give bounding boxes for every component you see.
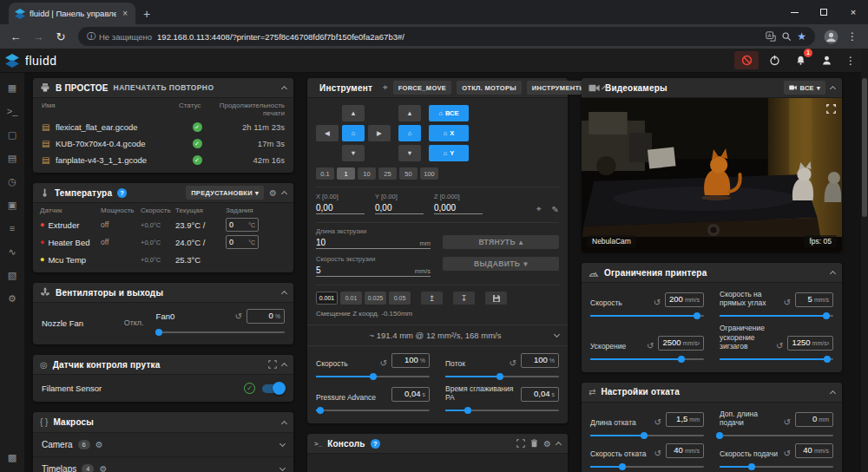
job-row[interactable]: ▤ fanplate-v4-3_1_1.gcode ✓ 42m 16s (33, 152, 293, 168)
gear-icon[interactable]: ⚙ (95, 440, 103, 449)
limits-card-header[interactable]: Ограничения принтера (582, 263, 842, 283)
move-distance-summary[interactable]: ~ 191.4 mm @ 12 mm²/s, 168 mm/s (307, 324, 568, 345)
retract-speed-input[interactable]: 40mm/s (666, 443, 704, 458)
sidebar-item-apps[interactable]: ▩ (8, 451, 16, 463)
retract-speed-slider[interactable] (590, 466, 704, 468)
sidebar-item-timelapse[interactable]: ▣ (8, 199, 16, 211)
reset-icon[interactable]: ↺ (654, 449, 661, 458)
job-row[interactable]: ▤ KUB-70x70x4-0.4.gcode ✓ 17m 3s (33, 135, 293, 152)
collapse-icon[interactable] (281, 363, 287, 369)
smooth-time-slider[interactable] (445, 410, 559, 411)
console-card-header[interactable]: >_ Консоль ? ⚙ (307, 434, 568, 454)
retract-button[interactable]: ВТЯНУТЬ▴ (443, 235, 559, 249)
retract-length-input[interactable]: 1,5mm (666, 412, 704, 427)
collapse-icon[interactable] (556, 442, 562, 448)
collapse-icon[interactable] (281, 291, 287, 297)
presets-dropdown[interactable]: ПРЕДУСТАНОВКИ ▾ (186, 186, 264, 200)
jog-y-minus-button[interactable]: ▼ (342, 145, 365, 161)
unretract-speed-slider[interactable] (720, 466, 833, 468)
scrollbar-thumb[interactable] (862, 78, 867, 217)
jog-x-plus-button[interactable]: ▶ (368, 125, 391, 141)
unretract-speed-input[interactable]: 40mm/s (795, 443, 833, 458)
sidebar-item-dashboard[interactable]: ▦ (8, 82, 16, 94)
home-x-button[interactable]: ⌂X (429, 125, 469, 141)
step-button-active[interactable]: 1 (337, 167, 355, 180)
fan0-slider[interactable] (156, 331, 285, 333)
speed-slider[interactable] (316, 376, 430, 377)
accel-to-decel-input[interactable]: 1250mm/s² (787, 336, 833, 351)
pressure-advance-slider[interactable] (316, 410, 430, 411)
z-offset-up-button[interactable]: ↥ (421, 292, 443, 305)
back-button[interactable]: ← (7, 28, 24, 45)
smooth-time-input[interactable]: 0,04s (521, 387, 559, 402)
gear-icon[interactable]: ⚙ (543, 439, 551, 449)
accel-to-decel-slider[interactable] (720, 358, 833, 360)
flow-value-input[interactable]: 100% (521, 353, 559, 368)
extruder-target-input[interactable]: 0°C (226, 218, 259, 232)
notifications-button[interactable]: 1 (790, 51, 811, 70)
retract-length-slider[interactable] (590, 435, 704, 436)
sidebar-item-history[interactable]: ◷ (8, 175, 16, 187)
reprint-button[interactable]: НАПЕЧАТАТЬ ПОВТОРНО (114, 83, 214, 92)
home-y-button[interactable]: ⌂Y (429, 145, 469, 161)
sidebar-item-configure[interactable]: ▧ (8, 269, 16, 281)
collapse-icon[interactable] (830, 390, 836, 397)
position-y-input[interactable]: 0,00 (375, 203, 424, 214)
camera-select-dropdown[interactable]: ВСЕ ▾ (784, 81, 825, 95)
pressure-advance-input[interactable]: 0,04s (391, 387, 430, 402)
gear-icon[interactable]: ⚙ (99, 464, 107, 472)
job-row[interactable]: ▤ flexicat_flat_ear.gcode ✓ 2h 11m 23s (33, 119, 293, 135)
reset-icon[interactable]: ↺ (510, 358, 516, 368)
browser-tab[interactable]: fluidd | Панель управления × (9, 3, 135, 24)
expand-group-icon[interactable] (279, 465, 286, 471)
heater-bed-target-input[interactable]: 0°C (226, 235, 259, 249)
velocity-input[interactable]: 200mm/s (665, 292, 704, 307)
jog-z-minus-button[interactable]: ▼ (398, 145, 421, 161)
collapse-icon[interactable] (830, 271, 836, 277)
edit-position-icon[interactable]: ✎ (552, 205, 559, 214)
motors-off-button[interactable]: ОТКЛ. МОТОРЫ (457, 81, 522, 95)
step-button[interactable]: 0.1 (316, 167, 334, 180)
reset-icon[interactable]: ↺ (784, 417, 791, 427)
expand-icon[interactable] (268, 360, 277, 369)
reset-icon[interactable]: ↺ (654, 417, 661, 427)
z-step-button-active[interactable]: 0.001 (316, 292, 338, 305)
macro-group-timelaps[interactable]: Timelaps 4 ⚙ (33, 456, 293, 472)
fan0-value-input[interactable]: 0% (247, 309, 285, 324)
position-target-icon[interactable]: ⌖ (383, 82, 388, 93)
expand-icon[interactable] (554, 331, 560, 338)
extra-length-slider[interactable] (720, 435, 833, 436)
corner-velocity-slider[interactable] (720, 315, 833, 317)
collapse-icon[interactable] (281, 86, 287, 92)
temperature-card-header[interactable]: Температура ? ПРЕДУСТАНОВКИ ▾ ⚙ (33, 183, 293, 203)
filament-card-header[interactable]: ◎ Датчик контроля прутка (33, 355, 293, 375)
z-offset-down-button[interactable]: ↧ (453, 292, 475, 305)
extrude-button[interactable]: ВЫДАВИТЬ▾ (443, 257, 559, 271)
move-to-position-icon[interactable]: ⌖ (536, 204, 542, 214)
window-minimize-button[interactable] (779, 0, 809, 24)
window-close-button[interactable]: × (838, 0, 868, 24)
speed-value-input[interactable]: 100% (391, 353, 430, 368)
window-maximize-button[interactable] (809, 0, 838, 24)
translate-icon[interactable]: A (766, 31, 776, 42)
reset-icon[interactable]: ↺ (784, 298, 791, 307)
z-step-button[interactable]: 0.025 (365, 292, 386, 305)
reset-icon[interactable]: ↺ (784, 449, 791, 458)
bookmark-star-icon[interactable]: ★ (797, 30, 806, 43)
acceleration-slider[interactable] (590, 358, 704, 360)
flow-slider[interactable] (445, 376, 559, 377)
reset-icon[interactable]: ↺ (647, 341, 654, 351)
site-security-chip[interactable]: ⓘ Не защищено (87, 30, 152, 43)
collapse-icon[interactable] (830, 86, 836, 92)
refresh-button[interactable]: ↻ (52, 28, 69, 45)
url-text[interactable]: 192.168.0.113:4408/?printer=275f8c46708f… (157, 32, 760, 42)
sidebar-item-gcode-preview[interactable]: ▢ (8, 128, 16, 141)
sidebar-item-diagnostics[interactable]: ∿ (8, 246, 16, 258)
console-output[interactable] (307, 454, 568, 472)
step-button[interactable]: 10 (358, 167, 376, 180)
forward-button[interactable]: → (30, 28, 47, 45)
sidebar-item-settings[interactable]: ⚙ (8, 292, 16, 305)
expand-group-icon[interactable] (279, 441, 286, 447)
fullscreen-icon[interactable] (826, 104, 836, 114)
step-button[interactable]: 100 (420, 167, 438, 180)
